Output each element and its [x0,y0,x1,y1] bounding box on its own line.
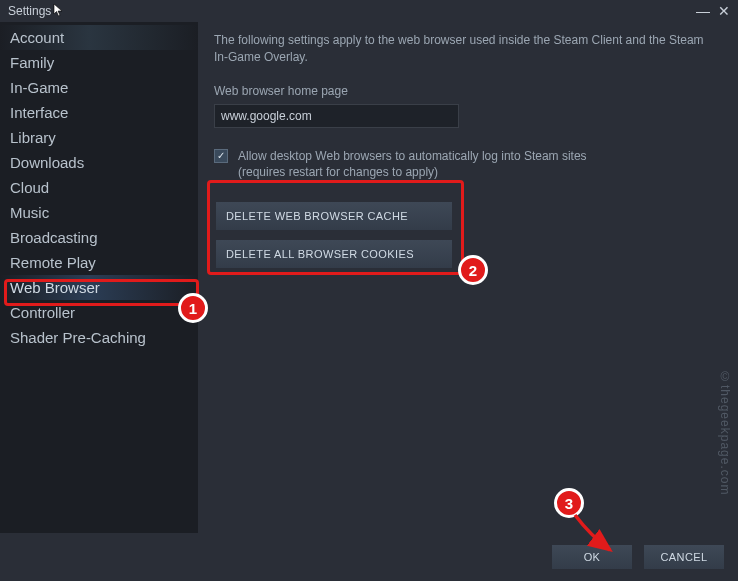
settings-window: Settings — ✕ Account Family In-Game Inte… [0,0,738,581]
footer-buttons: OK CANCEL [552,545,724,569]
annotation-badge-1: 1 [178,293,208,323]
sidebar-item-family[interactable]: Family [0,50,198,75]
ok-button[interactable]: OK [552,545,632,569]
annotation-badge-3: 3 [554,488,584,518]
delete-cookies-button[interactable]: DELETE ALL BROWSER COOKIES [216,240,452,268]
sidebar-item-music[interactable]: Music [0,200,198,225]
sidebar-item-web-browser[interactable]: Web Browser [0,275,198,300]
sidebar: Account Family In-Game Interface Library… [0,22,198,533]
sidebar-item-broadcasting[interactable]: Broadcasting [0,225,198,250]
window-title: Settings [8,3,65,20]
sidebar-item-controller[interactable]: Controller [0,300,198,325]
watermark-text: ©thegeekpage.com [718,370,732,495]
sidebar-item-label: Web Browser [10,279,100,296]
checkbox-text: Allow desktop Web browsers to automatica… [238,148,587,180]
sidebar-item-label: Broadcasting [10,229,98,246]
panel-description: The following settings apply to the web … [214,32,720,66]
homepage-input[interactable] [214,104,459,128]
checkbox-line1: Allow desktop Web browsers to automatica… [238,149,587,163]
sidebar-item-cloud[interactable]: Cloud [0,175,198,200]
minimize-button[interactable]: — [696,3,710,19]
sidebar-item-label: Account [10,29,64,46]
cursor-icon [53,3,65,20]
sidebar-item-label: Controller [10,304,75,321]
sidebar-item-label: Cloud [10,179,49,196]
main-area: Account Family In-Game Interface Library… [0,22,738,533]
sidebar-item-label: Music [10,204,49,221]
sidebar-item-in-game[interactable]: In-Game [0,75,198,100]
sidebar-item-label: Interface [10,104,68,121]
sidebar-item-label: Library [10,129,56,146]
homepage-label: Web browser home page [214,84,720,98]
sidebar-item-account[interactable]: Account [0,25,198,50]
annotation-badge-2: 2 [458,255,488,285]
sidebar-item-shader-pre-caching[interactable]: Shader Pre-Caching [0,325,198,350]
sidebar-item-label: Shader Pre-Caching [10,329,146,346]
close-button[interactable]: ✕ [718,3,730,19]
delete-cache-button[interactable]: DELETE WEB BROWSER CACHE [216,202,452,230]
sidebar-item-label: Downloads [10,154,84,171]
sidebar-item-label: In-Game [10,79,68,96]
checkbox-line2: (requires restart for changes to apply) [238,165,438,179]
sidebar-item-interface[interactable]: Interface [0,100,198,125]
sidebar-item-library[interactable]: Library [0,125,198,150]
sidebar-item-label: Remote Play [10,254,96,271]
auto-login-checkbox-row[interactable]: ✓ Allow desktop Web browsers to automati… [214,148,720,180]
checkbox-icon[interactable]: ✓ [214,149,228,163]
sidebar-item-remote-play[interactable]: Remote Play [0,250,198,275]
window-title-text: Settings [8,4,51,18]
sidebar-item-downloads[interactable]: Downloads [0,150,198,175]
sidebar-item-label: Family [10,54,54,71]
titlebar: Settings — ✕ [0,0,738,22]
cancel-button[interactable]: CANCEL [644,545,724,569]
